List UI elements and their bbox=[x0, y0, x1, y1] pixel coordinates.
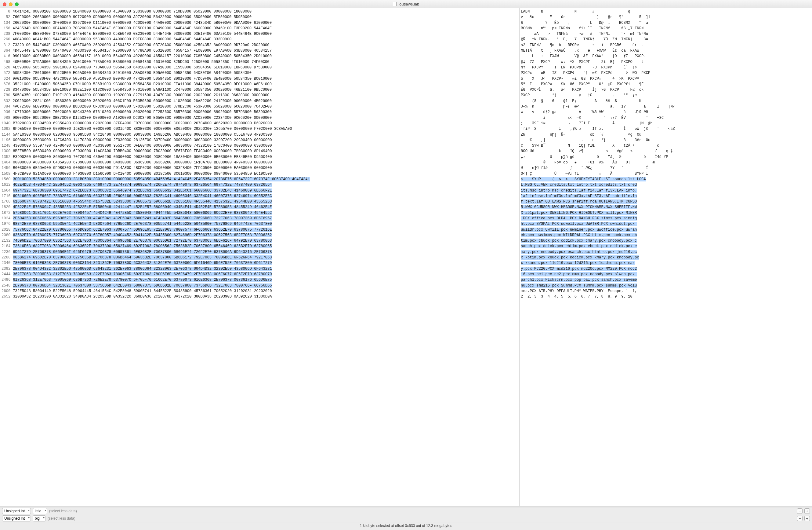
ascii-text[interactable]: x ksanch.pcx l1d216.pcx l2d216.pcx loadm… bbox=[521, 261, 635, 265]
hex-bytes[interactable]: 4243534D 62000000 6EAA0000 70B20000 544E… bbox=[13, 26, 272, 30]
hex-row[interactable]: 13008BEE8500 86BD0400 00000000 6F030000 … bbox=[1, 149, 518, 154]
hex-row[interactable]: 52760F0000 26630000 00000000 9C720000 0D… bbox=[1, 14, 518, 20]
ascii-text[interactable]: y.pcx MC220.PCX mcd216.pcx md220c.pcx MM… bbox=[521, 267, 637, 271]
hex-bytes[interactable]: 73320100 544E464E C3000000 A66F0A00 2602… bbox=[13, 43, 270, 47]
hex-bytes[interactable]: 4C2E4D53 47004F4C 2E564552 00637265 6469… bbox=[13, 183, 272, 187]
hex-row[interactable]: 15603C010000 53594850 00000000 281BC500 … bbox=[1, 177, 518, 182]
ascii-text[interactable]: L : FXAW V@ &E FXAW" |Ö ƒZ PXCP- bbox=[521, 54, 646, 58]
hex-bytes[interactable]: 74696D2E 70637800 63627563 6B2E7063 7800… bbox=[13, 239, 272, 243]
hex-bytes[interactable]: B7020000 CE394500 69C50400 00000000 C202… bbox=[13, 121, 272, 126]
ascii-row[interactable]: X a51pal.pcx DWELLING.PCX HIDEOUT.PCX mi… bbox=[521, 210, 811, 216]
ascii-text[interactable]: J«% n ∏–( œ< _ á, ı? á l |M/ bbox=[521, 104, 675, 109]
ascii-row[interactable]: ï ≤< —% ° ‹‹? ÊV ¨ ¬3C bbox=[521, 115, 811, 121]
ascii-row[interactable]: L : FXAW V@ &E FXAW" |Ö ƒZ PXCP- bbox=[521, 54, 811, 59]
ascii-row[interactable]: v &c " úr ) @r ¶" 5 ]ï bbox=[521, 14, 811, 20]
ascii-text[interactable]: mes.PCX AIR.PHY DEFAULT.PHY WATER.PHY Es… bbox=[521, 289, 637, 293]
ascii-text[interactable]: parch1.pcx Pickscrn.pcx pop_pal.pcx sanc… bbox=[521, 278, 637, 282]
hex-row[interactable]: 2288006B6274 696D2E70 6378006B 6275636B … bbox=[1, 255, 518, 260]
hex-row[interactable]: 176861660074 6578742E 6C616600 4F55544C … bbox=[1, 199, 518, 204]
ascii-text[interactable]: ˇfiP S ‡ ‚)% ≥ †1T ≥; Î eW )% ˜ <äZ bbox=[521, 127, 675, 131]
hex-row[interactable]: 197668742E70 63780053 59535041 4C2E5043 … bbox=[1, 221, 518, 227]
hex-row[interactable]: 1040B7020000 CE394500 69C50400 00000000 … bbox=[1, 121, 518, 126]
hex-row[interactable]: 15084F3CBA00 821A0600 00000000 F4030000 … bbox=[1, 171, 518, 177]
hex-bytes[interactable]: 00000000 90520000 0BB73C00 D1250300 0000… bbox=[13, 116, 272, 120]
hex-bytes[interactable]: 4D455449 E7000000 CA740A00 74B30300 4658… bbox=[13, 48, 272, 53]
hex-bytes[interactable]: 4F3CBA00 821A0600 00000000 F4030000 D156… bbox=[13, 172, 272, 176]
ascii-text[interactable]: R.NWX GCURSOR.NWX HBADGE.NWX PICKNAME.NW… bbox=[521, 205, 637, 209]
hex-row[interactable]: 2600732E5043 58004149 522E5048 59004445 … bbox=[1, 288, 518, 294]
ascii-text[interactable]: w v òƒ2 ga Ä ˇ%6 VW à U}9 ∂9 bbox=[521, 110, 648, 114]
hex-row[interactable]: 10426020000 00000000 3F000000 83970000 C… bbox=[1, 20, 518, 26]
ascii-row[interactable]: @‡ 7Z PXCP: w: ªX PXCPF 2ì B] PXCPO t bbox=[521, 59, 811, 65]
hex-row[interactable]: 25482E706378 00736D64 3231362E 70637800 … bbox=[1, 283, 518, 288]
ascii-text[interactable]: f text.laf OUTLAWS.RCS sheriff.rca OUTLA… bbox=[521, 199, 637, 204]
ascii-row[interactable]: ∑ Œ9E i≈ ¬ 7ˇI È| Ã |M @b bbox=[521, 121, 811, 126]
hex-bytes[interactable]: 8BEE8500 86BD0400 00000000 6F030000 11AC… bbox=[13, 149, 272, 153]
ascii-row[interactable]: w v òƒ2 ga Ä ˇ%6 VW à U}9 ∂9 bbox=[521, 109, 811, 115]
hex-row[interactable]: 208063682E70 63780075 7773696D 6D732E70 … bbox=[1, 233, 518, 238]
hex-pane[interactable]: 04C41424E 00000100 62000000 1E040000 000… bbox=[0, 8, 520, 506]
ascii-row[interactable]: ® Fö¢ cö ¥ ÷6ì ≠% Àû O∫ æ bbox=[521, 160, 811, 165]
minus-button-1[interactable]: − bbox=[797, 508, 802, 514]
ascii-text[interactable]: .PCX office.pcx OLPAL.PCX RANCH.PCX simm… bbox=[521, 216, 637, 221]
hex-bytes[interactable]: 4C41424E 00000100 62000000 1E040000 0000… bbox=[13, 10, 252, 14]
ascii-row[interactable]: @Ñ †N TNFN· ° D, Ÿ TNFNƒ ŸÔ ZM TNFN∫ 3= bbox=[521, 37, 811, 42]
hex-bytes[interactable]: 40E00B00 375A0000 50584350 3A010000 773A… bbox=[13, 60, 270, 64]
ascii-row[interactable]: J«% n ∏–( œ< _ á, ı? á l |M/ bbox=[521, 104, 811, 109]
hex-bytes[interactable]: 43030000 53597700 42F80400 00000000 4E03… bbox=[13, 143, 272, 148]
close-window-button[interactable] bbox=[3, 2, 6, 6]
hex-bytes[interactable]: 5A4E0300 00000000 02030000 96D85D00 84C2… bbox=[13, 132, 272, 137]
ascii-row[interactable]: C SYw B¯ N ïQ| flŒ X t2Å º c bbox=[521, 143, 811, 149]
hex-bytes[interactable]: 09010000 4C060B00 0A030000 46584157 1601… bbox=[13, 54, 272, 58]
ascii-text[interactable]: laf infosm.laf mf3s.laf mf3x.LAF SF3.LAF… bbox=[521, 194, 637, 198]
hex-row[interactable]: 23922E706378 004D4332 32302E50 4358006D … bbox=[1, 266, 518, 271]
ascii-row[interactable]: < SYHP ( ≈ < SYHPKEYTABLE.LST sounds.lst… bbox=[521, 177, 811, 182]
hex-row[interactable]: 17166C616600 696E666F 736D2E6C 6166006D … bbox=[1, 193, 518, 199]
zoom-window-button[interactable] bbox=[15, 2, 19, 6]
ascii-text[interactable]: NY PXCPY ¬I EW PXCPd ·U PXCPn Èˆ [◊ bbox=[521, 65, 637, 70]
ascii-text[interactable]: ∂ n]© fl∂ ∫ ˘ ÆK¿ –?¥ ˇ Í bbox=[521, 166, 648, 170]
ascii-text[interactable]: v &c " úr ) @r ¶" 5 ]ï bbox=[521, 15, 650, 19]
hex-bytes[interactable]: 4F522E4E 57580047 43555253 4F522E4E 5758… bbox=[13, 205, 272, 209]
ascii-text[interactable]: 2 2, 3 3, 4 4, 5 5, 6 6, 7 7, 8 8, 9 9, … bbox=[521, 294, 633, 299]
hex-row[interactable]: 26040840600 A04A1B00 544E464E 43000000 9… bbox=[1, 37, 518, 42]
hex-bytes[interactable]: 3C010000 53594850 00000000 281BC500 3C01… bbox=[13, 177, 310, 181]
hex-row[interactable]: 98800000000 90520000 0BB73C00 D1250300 0… bbox=[1, 115, 518, 121]
hex-row[interactable]: 2087F000000 BE800400 073E0000 544E464E E… bbox=[1, 31, 518, 37]
ascii-text[interactable]: L.MSG OL.VER credits.txt intro.txt xcred… bbox=[521, 183, 637, 187]
hex-row[interactable]: 11445A4E0300 00000000 02030000 96D85D00 … bbox=[1, 132, 518, 138]
ascii-row[interactable]: ö X J< PXCP• ∞î GB PXCP∞ ˜÷ >K PXCPº bbox=[521, 76, 811, 82]
hex-row[interactable]: 8322C020000 28241C00 14B80300 00000000 3… bbox=[1, 98, 518, 104]
hex-bytes[interactable]: 40840600 A04A1B00 544E464E 43000000 95C3… bbox=[13, 37, 232, 42]
hex-bytes[interactable]: 83470000 50584350 E8010000 892E1100 613C… bbox=[13, 88, 272, 92]
ascii-row[interactable]: BCSMb n™ p≤ TNFNn fi\ ˝I TNFNf €ß „Ÿ TNF… bbox=[521, 26, 811, 31]
hex-row[interactable]: 8844AC72500 6E090300 00000000 B8D02800 C… bbox=[1, 104, 518, 109]
hex-row[interactable]: 19242E504358 006F6666 6963652E 70637800 … bbox=[1, 216, 518, 221]
ascii-row[interactable]: & ? Éó ¡ L D@ … BCSMX ™ a bbox=[521, 20, 811, 26]
ascii-text[interactable]: PXCP · °j y †G , '" ¡c bbox=[521, 93, 637, 97]
ascii-row[interactable]: 16.pcx nc1.pcx nc2.pcx nmm.pcx nobody.pc… bbox=[521, 271, 811, 277]
hex-bytes[interactable]: 6974732E 6D736300 696E7472 6F2E6D73 6300… bbox=[13, 189, 272, 193]
hex-bytes[interactable]: 61726368 312E7063 78005069 636B7363 726E… bbox=[13, 278, 272, 282]
ascii-text[interactable]: æÅ > TNFNà ≈æ # TNFNì ˝· m¢ TNFNú bbox=[521, 32, 648, 36]
ascii-row[interactable]: % ¸j . n °} 8 3êr Où bbox=[521, 138, 811, 143]
hex-bytes[interactable]: 75776C6C 64722E70 63780055 776D696C 6C2E… bbox=[13, 227, 272, 232]
ascii-row[interactable]: 2 2, 3 3, 4 4, 5 5, 6 6, 7 7, 8 8, 9 9, … bbox=[521, 294, 811, 299]
ascii-text[interactable]: ∑ Œ9E i≈ ¬ 7ˇI È| Ã |M @b bbox=[521, 121, 653, 126]
hex-row[interactable]: 1456B6030000 6E5DA900 0FDB0300 00000000 … bbox=[1, 165, 518, 171]
ascii-pane[interactable]: LABN b N # qv &c " úr ) @r ¶" 5 ]ï& ? Éó… bbox=[520, 8, 812, 506]
type-select-1[interactable]: Unsigned Int bbox=[2, 508, 31, 514]
hex-bytes[interactable]: 00000000 25030000 14FC6A00 14170300 0000… bbox=[13, 138, 272, 142]
ascii-row[interactable]: ch.pcx uwsimms.pcx WILDRPAL.PCX btim.pcx… bbox=[521, 233, 811, 238]
hex-row[interactable]: 249661726368 312E7063 78005069 636B7363 … bbox=[1, 277, 518, 282]
ascii-text[interactable]: 5" I PXCP« Sk õ6 PXCP" Ó° ∏D PXCPfi ¶Ê bbox=[521, 82, 643, 86]
hex-bytes[interactable]: E3DD0200 00000000 86030000 70F29600 639A… bbox=[13, 155, 272, 159]
ascii-row[interactable]: R.NWX GCURSOR.NWX HBADGE.NWX PICKNAME.NW… bbox=[521, 204, 811, 210]
ascii-row[interactable]: ht.pcx SYSPAL.PCX udwell.pcx UWATER.PCX … bbox=[521, 221, 811, 227]
hex-row[interactable]: 202875776C6C 64722E70 63780055 776D696C … bbox=[1, 227, 518, 233]
hex-bytes[interactable]: 57580061 35317061 6C2E7063 78004457 454C… bbox=[13, 211, 272, 215]
ascii-row[interactable]: nu.pcx smd216.pcx Summd.PCX summm.pcx su… bbox=[521, 283, 811, 288]
hex-bytes[interactable]: 732E5043 58004149 522E5048 59004445 4641… bbox=[13, 289, 272, 293]
ascii-row[interactable]: f text.laf OUTLAWS.RCS sheriff.rca OUTLA… bbox=[521, 199, 811, 204]
hex-bytes[interactable]: 6C616600 696E666F 736D2E6C 6166006D 6633… bbox=[13, 194, 272, 198]
